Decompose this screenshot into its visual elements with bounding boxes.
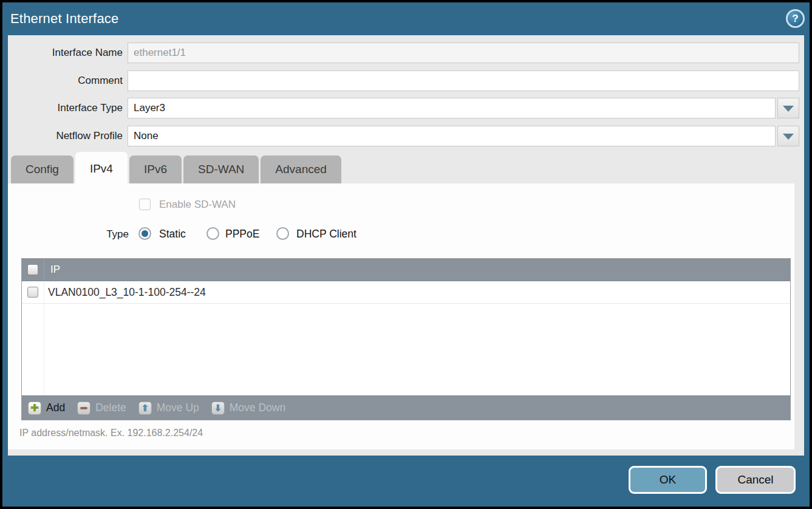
minus-icon <box>77 401 90 415</box>
dialog-title: Ethernet Interface <box>10 11 118 27</box>
radio-static-label: Static <box>159 228 186 241</box>
radio-dhcp-client-label: DHCP Client <box>296 228 357 241</box>
add-button[interactable]: ✚ Add <box>28 401 65 415</box>
delete-button[interactable]: Delete <box>77 401 126 415</box>
arrow-up-icon: ⬆ <box>138 401 152 415</box>
add-button-label: Add <box>46 401 65 414</box>
interface-type-field[interactable] <box>128 98 776 118</box>
table-toolbar: ✚ Add Delete ⬆ Move Up ⬇ Move Down <box>22 395 790 420</box>
move-down-button-label: Move Down <box>230 401 285 414</box>
arrow-down-icon: ⬇ <box>211 401 225 415</box>
ip-table-body: VLAN0100_L3_10-1-100-254--24 <box>22 281 790 395</box>
enable-sdwan-checkbox[interactable] <box>139 199 151 210</box>
netflow-profile-dropdown-button[interactable] <box>777 126 799 146</box>
move-up-button[interactable]: ⬆ Move Up <box>138 401 199 415</box>
column-divider <box>44 259 44 281</box>
interface-name-field <box>128 43 799 63</box>
tab-ipv6[interactable]: IPv6 <box>129 155 182 183</box>
radio-static[interactable] <box>138 227 151 240</box>
tab-bar: Config IPv4 IPv6 SD-WAN Advanced <box>11 152 341 183</box>
dialog-body: Interface Name Comment Interface Type Ne… <box>8 35 804 456</box>
ok-button[interactable]: OK <box>629 466 707 494</box>
delete-button-label: Delete <box>95 401 126 414</box>
tab-sdwan[interactable]: SD-WAN <box>183 155 259 183</box>
radio-dhcp-client[interactable] <box>276 227 289 240</box>
row-checkbox[interactable] <box>27 287 38 298</box>
move-down-button[interactable]: ⬇ Move Down <box>211 401 285 415</box>
comment-label: Comment <box>8 70 123 91</box>
cancel-button[interactable]: Cancel <box>715 466 796 494</box>
move-up-button-label: Move Up <box>157 401 199 414</box>
ethernet-interface-dialog: Ethernet Interface ? Interface Name Comm… <box>0 0 812 509</box>
interface-type-dropdown-button[interactable] <box>777 98 799 118</box>
chevron-down-icon <box>783 134 794 140</box>
interface-type-label: Interface Type <box>8 98 123 118</box>
tab-ipv4[interactable]: IPv4 <box>75 152 128 183</box>
ip-table: IP VLAN0100_L3_10-1-100-254--24 ✚ Add <box>21 258 791 420</box>
help-icon[interactable]: ? <box>786 9 805 28</box>
ip-table-header: IP <box>22 259 790 281</box>
netflow-profile-label: Netflow Profile <box>8 126 123 146</box>
radio-pppoe-label: PPPoE <box>225 228 259 241</box>
radio-pppoe[interactable] <box>206 227 219 240</box>
ipv4-panel: Enable SD-WAN Type Static PPPoE DHCP Cli… <box>8 183 794 449</box>
ip-cell[interactable]: VLAN0100_L3_10-1-100-254--24 <box>48 281 206 303</box>
ip-column-header: IP <box>50 259 60 281</box>
type-label: Type <box>8 228 129 241</box>
tab-advanced[interactable]: Advanced <box>261 155 341 183</box>
interface-name-label: Interface Name <box>8 43 123 63</box>
tab-config[interactable]: Config <box>11 155 73 183</box>
select-all-checkbox[interactable] <box>27 264 38 275</box>
netflow-profile-field[interactable] <box>128 126 776 146</box>
table-row[interactable]: VLAN0100_L3_10-1-100-254--24 <box>22 281 790 304</box>
plus-icon: ✚ <box>28 401 41 415</box>
ip-format-hint: IP address/netmask. Ex. 192.168.2.254/24 <box>19 428 203 439</box>
comment-field[interactable] <box>128 70 799 91</box>
chevron-down-icon <box>783 106 794 112</box>
enable-sdwan-label: Enable SD-WAN <box>159 199 236 210</box>
